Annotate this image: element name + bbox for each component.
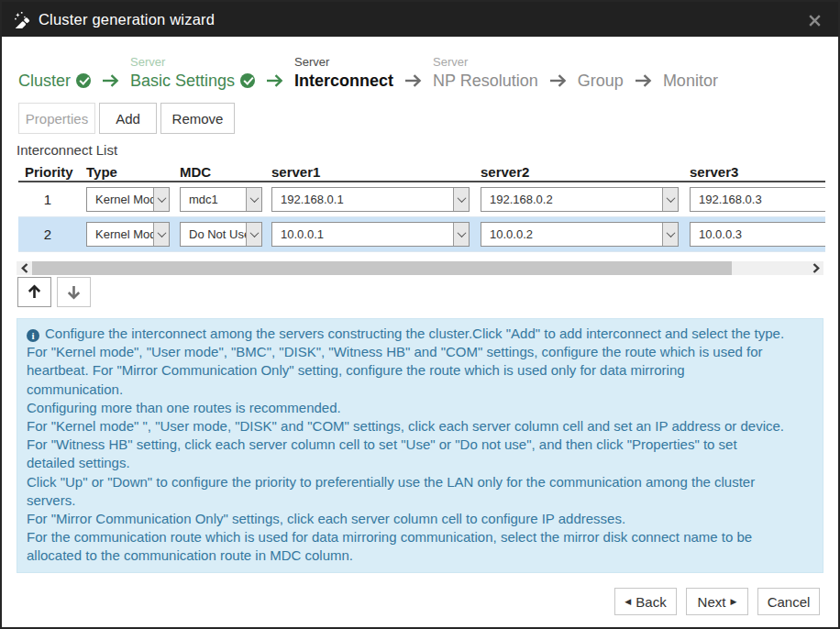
dropdown-chevron-icon[interactable] [153, 223, 169, 246]
step-category-label [18, 53, 91, 71]
close-icon[interactable] [801, 13, 829, 27]
wizard-step-group: Group [578, 53, 624, 91]
info-box: iConfigure the interconnect among the se… [17, 318, 823, 573]
interconnect-table: PriorityTypeMDCserver1server2server31Ker… [18, 162, 825, 252]
info-text-line: heartbeat. For "Mirror Communication Onl… [27, 361, 813, 380]
info-text-line: communication. [27, 381, 813, 399]
remove-button[interactable]: Remove [160, 103, 235, 134]
table-row[interactable]: 1Kernel Modemdc1192.168.0.1192.168.0.219… [18, 182, 825, 217]
mdc-select[interactable]: Do Not Use [180, 222, 262, 247]
column-header-server1: server1 [271, 162, 481, 181]
interconnect-list-label: Interconnect List [17, 142, 822, 158]
horizontal-scrollbar[interactable] [17, 261, 823, 275]
wizard-step-interconnect: ServerInterconnect [294, 53, 393, 91]
back-arrow-icon: ◀ [624, 598, 631, 606]
priority-updown [17, 277, 822, 307]
step-category-label [578, 53, 624, 71]
up-button[interactable] [17, 277, 51, 307]
info-text-line: allocated to the communication route in … [27, 546, 813, 565]
step-arrow-icon [538, 71, 578, 91]
table-row[interactable]: 2Kernel ModeDo Not Use10.0.0.110.0.0.210… [18, 217, 825, 252]
add-button[interactable]: Add [99, 103, 157, 134]
server1-select-value: 10.0.0.1 [272, 223, 453, 246]
step-name: Basic Settings [130, 71, 235, 91]
step-arrow-icon [91, 71, 130, 91]
toolbar: Properties Add Remove [18, 103, 822, 134]
cancel-label: Cancel [768, 594, 811, 610]
next-button[interactable]: Next▶ [686, 588, 748, 615]
info-icon: i [27, 329, 39, 342]
dropdown-chevron-icon[interactable] [246, 223, 261, 246]
step-arrow-icon [255, 71, 294, 91]
down-arrow-icon [66, 284, 82, 300]
column-header-type: Type [86, 162, 180, 181]
dropdown-chevron-icon[interactable] [246, 188, 261, 211]
step-name: Interconnect [294, 71, 393, 91]
dropdown-chevron-icon[interactable] [153, 188, 169, 211]
info-text-line: servers. [27, 491, 813, 510]
server2-select[interactable]: 192.168.0.2 [481, 187, 679, 212]
wizard-steps: ClusterServerBasic SettingsServerInterco… [18, 53, 822, 91]
step-category-label: Server [130, 53, 255, 71]
mdc-select[interactable]: mdc1 [180, 187, 262, 212]
footer-buttons: ◀Back Next▶ Cancel [614, 588, 820, 615]
info-text-line: For "Kernel mode" ", "User mode, "DISK" … [27, 417, 813, 436]
info-text-line: Configuring more than one routes is reco… [27, 399, 813, 417]
up-arrow-icon [27, 284, 42, 300]
magic-wand-icon [14, 11, 31, 28]
title-bar: Cluster generation wizard [2, 2, 838, 37]
info-text-line: For the communication route which is use… [27, 528, 813, 546]
cancel-button[interactable]: Cancel [757, 588, 820, 615]
priority-cell: 2 [18, 226, 86, 242]
next-label: Next [698, 594, 726, 610]
type-select[interactable]: Kernel Mode [86, 187, 170, 212]
wizard-step-cluster: Cluster [18, 53, 91, 91]
dropdown-chevron-icon[interactable] [453, 223, 469, 246]
server1-select-value: 192.168.0.1 [272, 188, 453, 211]
column-header-server2: server2 [481, 162, 690, 181]
step-name: Cluster [18, 71, 71, 91]
info-text-line: For "Kernel mode", "User mode", "BMC", "… [27, 343, 813, 361]
step-name: Monitor [663, 71, 718, 91]
step-arrow-icon [393, 71, 433, 91]
step-category-label: Server [294, 53, 393, 71]
dropdown-chevron-icon[interactable] [662, 223, 678, 246]
type-select[interactable]: Kernel Mode [86, 222, 170, 247]
scrollbar-track[interactable] [32, 261, 808, 275]
server2-select-value: 10.0.0.2 [481, 223, 662, 246]
dropdown-chevron-icon[interactable] [662, 188, 678, 211]
interconnect-table-clip: PriorityTypeMDCserver1server2server31Ker… [18, 162, 825, 252]
next-arrow-icon: ▶ [730, 598, 736, 606]
column-header-server3: server3 [690, 162, 825, 181]
server3-select-value: 192.168.0.3 [691, 188, 825, 211]
step-name: Group [578, 71, 624, 91]
step-name: NP Resolution [433, 71, 538, 91]
server3-select-value: 10.0.0.3 [691, 223, 825, 246]
column-header-priority: Priority [18, 162, 86, 181]
type-select-value: Kernel Mode [87, 188, 153, 211]
properties-button[interactable]: Properties [18, 103, 95, 134]
scroll-right-icon[interactable] [808, 261, 823, 275]
server3-select[interactable]: 192.168.0.3 [690, 187, 825, 212]
table-header-row: PriorityTypeMDCserver1server2server3 [18, 162, 825, 182]
down-button[interactable] [57, 277, 91, 307]
server3-select[interactable]: 10.0.0.3 [690, 222, 825, 247]
scrollbar-thumb[interactable] [32, 261, 732, 275]
priority-cell: 1 [18, 192, 86, 207]
server1-select[interactable]: 10.0.0.1 [271, 222, 470, 247]
mdc-select-value: mdc1 [181, 188, 246, 211]
column-header-mdc: MDC [180, 162, 271, 181]
step-arrow-icon [624, 71, 663, 91]
step-complete-check-icon [240, 73, 255, 88]
window-title: Cluster generation wizard [39, 11, 801, 28]
info-text-line: iConfigure the interconnect among the se… [27, 325, 813, 343]
info-text-line: For "Mirror Communication Only" settings… [27, 510, 813, 528]
dropdown-chevron-icon[interactable] [453, 188, 469, 211]
wizard-step-np-resolution: ServerNP Resolution [433, 53, 538, 91]
back-button[interactable]: ◀Back [614, 588, 677, 615]
server2-select[interactable]: 10.0.0.2 [481, 222, 679, 247]
server1-select[interactable]: 192.168.0.1 [271, 187, 470, 212]
scroll-left-icon[interactable] [17, 261, 32, 275]
mdc-select-value: Do Not Use [181, 223, 246, 246]
wizard-step-basic-settings: ServerBasic Settings [130, 53, 255, 91]
